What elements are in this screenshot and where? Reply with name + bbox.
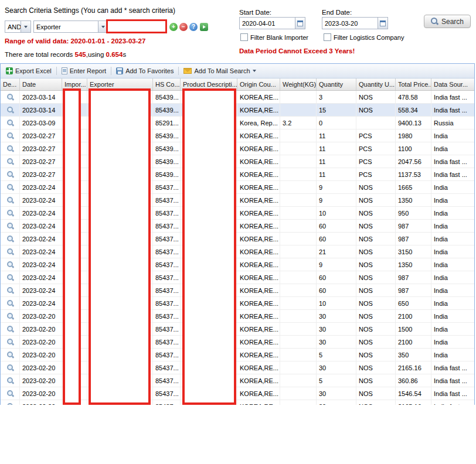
help-button[interactable]: ? [189,23,198,31]
column-header-quantity_unit[interactable]: Quantity U... [356,79,396,90]
valid-data-range-text: Range of valid data: 2020-01-01 - 2023-0… [5,37,145,45]
column-header-date[interactable]: Date [20,79,62,90]
column-header-quantity[interactable]: Quantity [317,79,356,90]
detail-magnifier-icon[interactable] [6,158,14,165]
detail-magnifier-icon[interactable] [6,286,14,294]
filter-blank-importer-checkbox[interactable] [240,33,248,41]
detail-magnifier-icon[interactable] [6,119,14,127]
detail-magnifier-icon[interactable] [6,93,14,101]
detail-magnifier-icon[interactable] [6,364,14,371]
cell-weight [280,181,317,193]
row-detail-button[interactable] [1,361,20,374]
cell-total_price: 3150 [396,245,431,258]
row-detail-button[interactable] [1,104,20,116]
cell-quantity_unit: NOS [356,271,396,284]
row-detail-button[interactable] [1,168,20,180]
detail-magnifier-icon[interactable] [6,274,14,281]
detail-magnifier-icon[interactable] [6,261,14,268]
cell-date: 2023-02-27 [20,129,62,142]
start-date-input[interactable]: 2020-04-01 [239,17,305,29]
detail-magnifier-icon[interactable] [6,235,14,243]
cell-quantity_unit [356,117,396,129]
detail-magnifier-icon[interactable] [6,325,14,333]
cell-quantity_unit: PCS [356,168,396,180]
detail-magnifier-icon[interactable] [6,209,14,217]
detail-magnifier-icon[interactable] [6,299,14,307]
row-detail-button[interactable] [1,387,20,400]
detail-magnifier-icon[interactable] [6,196,14,204]
cell-date: 2023-02-27 [20,142,62,155]
row-detail-button[interactable] [1,323,20,335]
detail-magnifier-icon[interactable] [6,170,14,178]
row-detail-button[interactable] [1,349,20,361]
column-header-hs_code[interactable]: HS Co... [153,79,181,90]
cell-total_price: 987 [396,271,431,284]
dropdown-trigger[interactable] [21,21,30,32]
detail-magnifier-icon[interactable] [6,248,14,255]
cell-quantity: 30 [317,336,356,348]
row-detail-button[interactable] [1,374,20,387]
detail-magnifier-icon[interactable] [6,390,14,397]
cell-date: 2023-02-24 [20,297,62,309]
column-header-detail[interactable]: De... [1,79,20,90]
cell-hs_code: 85437... [153,336,181,348]
detail-magnifier-icon[interactable] [6,145,14,152]
row-detail-button[interactable] [1,181,20,193]
cell-origin: KOREA,RE... [237,129,280,142]
row-detail-button[interactable] [1,142,20,155]
row-detail-button[interactable] [1,258,20,271]
detail-magnifier-icon[interactable] [6,351,14,359]
row-detail-button[interactable] [1,207,20,219]
detail-magnifier-icon[interactable] [6,132,14,139]
search-button-label: Search [441,18,464,26]
row-detail-button[interactable] [1,400,20,405]
column-header-data_source[interactable]: Data Sour... [431,79,474,90]
column-header-weight[interactable]: Weight(KG) [280,79,317,90]
remove-criteria-button[interactable]: − [179,23,188,31]
row-detail-button[interactable] [1,271,20,284]
search-field-select[interactable]: Exporter [33,21,108,33]
detail-magnifier-icon[interactable] [6,183,14,191]
cell-hs_code: 85437... [153,297,181,309]
save-criteria-button[interactable] [200,23,208,31]
cell-hs_code: 85437... [153,349,181,361]
row-detail-button[interactable] [1,155,20,168]
row-detail-button[interactable] [1,233,20,245]
row-detail-button[interactable] [1,297,20,309]
row-detail-button[interactable] [1,129,20,142]
add-to-mail-search-button[interactable]: Add To Mail Search [181,66,259,76]
search-button[interactable]: Search [424,15,471,28]
detail-magnifier-icon[interactable] [6,402,14,405]
add-criteria-button[interactable]: + [169,23,178,31]
row-detail-button[interactable] [1,245,20,258]
end-date-input[interactable]: 2023-03-20 [322,17,388,29]
boolean-operator-select[interactable]: AND [5,21,31,33]
row-detail-button[interactable] [1,336,20,348]
row-detail-button[interactable] [1,117,20,129]
redaction-box-importer-column [63,88,81,405]
calendar-trigger[interactable] [295,18,305,29]
row-detail-button[interactable] [1,284,20,296]
detail-magnifier-icon[interactable] [6,106,14,114]
cell-date: 2023-03-14 [20,91,62,103]
detail-magnifier-icon[interactable] [6,312,14,320]
cell-hs_code: 85439... [153,129,181,142]
enter-report-button[interactable]: Enter Report [59,66,109,76]
add-to-favorites-button[interactable]: Add To Favorites [113,66,176,76]
row-detail-button[interactable] [1,194,20,206]
cell-quantity: 10 [317,207,356,219]
row-detail-button[interactable] [1,91,20,103]
row-detail-button[interactable] [1,220,20,232]
filter-logistics-company-checkbox[interactable] [324,33,331,41]
cell-weight [280,245,317,258]
detail-magnifier-icon[interactable] [6,338,14,346]
column-header-total_price[interactable]: Total Price... [396,79,431,90]
cell-weight [280,323,317,335]
detail-magnifier-icon[interactable] [6,222,14,230]
calendar-trigger[interactable] [378,18,387,29]
export-excel-button[interactable]: Export Excel [3,66,55,76]
cell-quantity: 3 [317,91,356,103]
detail-magnifier-icon[interactable] [6,377,14,384]
row-detail-button[interactable] [1,310,20,322]
column-header-origin[interactable]: Origin Cou... [237,79,280,90]
